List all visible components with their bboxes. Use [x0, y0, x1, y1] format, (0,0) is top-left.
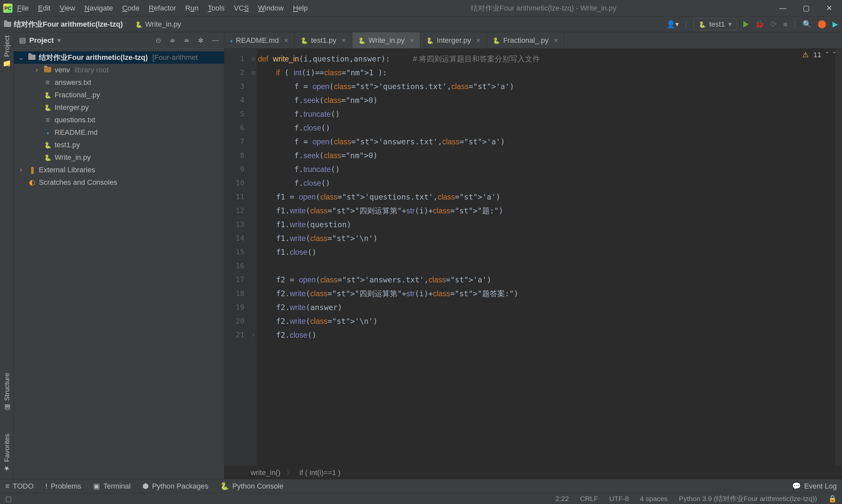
py-file-icon: [43, 153, 52, 162]
tool-terminal[interactable]: ▣Terminal: [93, 482, 130, 490]
error-stripe[interactable]: [835, 49, 842, 466]
status-bar: ▢ 2:22 CRLF UTF-8 4 spaces Python 3.9 (结…: [0, 493, 842, 504]
python-packages-icon: ⬢: [142, 482, 149, 490]
tree-project-root[interactable]: ⌄结对作业Four arithmetic(lze-tzq)[Four-arith…: [14, 51, 224, 64]
stop-button: ■: [783, 20, 787, 29]
tab-readme-md[interactable]: README.md×: [224, 32, 295, 48]
menu-vcs[interactable]: VCS: [234, 4, 249, 13]
py-file-icon: [426, 36, 433, 45]
menu-refactor[interactable]: Refactor: [149, 4, 176, 13]
md-file-icon: [230, 36, 233, 45]
tree-scratches[interactable]: Scratches and Consoles: [14, 176, 224, 189]
close-tab-icon[interactable]: ×: [410, 36, 414, 45]
tool-python-console[interactable]: 🐍Python Console: [220, 482, 283, 490]
prev-highlight-icon[interactable]: ˆ: [826, 51, 828, 59]
python-icon: [699, 20, 706, 29]
tab-test1-py[interactable]: test1.py×: [295, 32, 352, 48]
tree-venv[interactable]: ›venvlibrary root: [14, 64, 224, 76]
tool-problems[interactable]: !Problems: [46, 482, 81, 490]
py-file-icon: [43, 141, 52, 149]
menu-view[interactable]: View: [59, 4, 75, 13]
menu-navigate[interactable]: Navigate: [85, 4, 113, 13]
tool-python-packages[interactable]: ⬢Python Packages: [142, 482, 208, 490]
ide-notifications-icon[interactable]: [818, 20, 826, 28]
py-file-icon: [358, 36, 365, 45]
tool-window-quick-access-icon[interactable]: ▢: [5, 495, 12, 503]
file-encoding[interactable]: UTF-8: [609, 495, 629, 503]
indent-config[interactable]: 4 spaces: [640, 495, 668, 503]
code-breadcrumb[interactable]: write_in() 〉 if ( int(i)==1 ): [224, 466, 842, 479]
lock-icon[interactable]: 🔒: [828, 495, 837, 503]
event-log-icon: 💬: [792, 482, 801, 490]
search-icon[interactable]: 🔍: [803, 20, 811, 29]
structure-tool-button[interactable]: 🏛Structure: [3, 373, 11, 410]
tree-file-test1-py[interactable]: test1.py: [14, 139, 224, 151]
expand-all-icon[interactable]: ≑: [170, 36, 175, 44]
tab-write_in-py[interactable]: Write_in.py×: [352, 32, 421, 48]
tree-file-write_in-py[interactable]: Write_in.py: [14, 151, 224, 164]
breadcrumb-file[interactable]: Write_in.py: [135, 20, 181, 29]
project-view-icon: ▤: [19, 36, 26, 45]
close-tab-icon[interactable]: ×: [554, 36, 558, 45]
tab-interger-py[interactable]: Interger.py×: [420, 32, 487, 48]
app-icon: PC: [3, 4, 13, 13]
caret-position[interactable]: 2:22: [556, 495, 569, 503]
run-button[interactable]: [743, 21, 749, 28]
editor-tabs: README.md×test1.py×Write_in.py×Interger.…: [224, 32, 842, 49]
python-file-icon: [135, 20, 142, 29]
tool-todo[interactable]: ≡TODO: [5, 482, 34, 490]
tab-fractional_-py[interactable]: Fractional_.py×: [487, 32, 565, 48]
python-interpreter[interactable]: Python 3.9 (结对作业Four arithmetic(lze-tzq)…: [679, 494, 817, 503]
tree-file-interger-py[interactable]: Interger.py: [14, 101, 224, 114]
close-tab-icon[interactable]: ×: [342, 36, 346, 45]
tree-file-fractional_-py[interactable]: Fractional_.py: [14, 89, 224, 101]
run-config-selector[interactable]: test1 ▾: [694, 18, 737, 30]
txt-file-icon: [43, 78, 52, 87]
close-tab-icon[interactable]: ×: [284, 36, 288, 45]
scratches-icon: [28, 178, 36, 187]
tree-external-libraries[interactable]: ›External Libraries: [14, 164, 224, 176]
tree-file-answers-txt[interactable]: answers.txt: [14, 76, 224, 89]
close-tab-icon[interactable]: ×: [476, 36, 481, 45]
code-editor[interactable]: def write_in(i,question,answer): # 将四则运算…: [256, 49, 835, 466]
close-icon[interactable]: ✕: [826, 4, 832, 13]
main-menu: FileEditViewNavigateCodeRefactorRunTools…: [17, 4, 308, 13]
settings-icon[interactable]: ✻: [198, 36, 203, 44]
locate-icon[interactable]: ⊙: [156, 36, 161, 44]
folder-icon: [43, 66, 52, 74]
py-file-icon: [301, 36, 308, 45]
breadcrumb-project[interactable]: 结对作业Four arithmetic(lze-tzq): [4, 19, 123, 29]
menu-run[interactable]: Run: [185, 4, 198, 13]
bottom-tool-strip: ≡TODO!Problems▣Terminal⬢Python Packages🐍…: [0, 479, 842, 493]
tree-file-readme-md[interactable]: README.md: [14, 126, 224, 139]
menu-tools[interactable]: Tools: [208, 4, 225, 13]
menu-code[interactable]: Code: [122, 4, 140, 13]
favorites-tool-button[interactable]: ★Favorites: [3, 434, 11, 472]
library-icon: [28, 166, 36, 174]
maximize-icon[interactable]: ▢: [803, 4, 810, 13]
project-panel: ▤ Project ▾ ⊙ ≑ ≐ ✻ — ⌄结对作业Four arithmet…: [14, 32, 224, 479]
chevron-down-icon[interactable]: ▾: [57, 36, 61, 45]
minimize-icon[interactable]: —: [779, 4, 786, 13]
hide-icon[interactable]: —: [212, 36, 219, 44]
learn-icon[interactable]: ▶: [832, 20, 838, 29]
warning-icon: ⚠: [802, 51, 809, 59]
inspection-widget[interactable]: ⚠ 11 ˆ ˇ: [802, 51, 836, 59]
event-log-button[interactable]: 💬Event Log: [792, 482, 837, 490]
menu-window[interactable]: Window: [258, 4, 284, 13]
md-file-icon: [43, 128, 52, 137]
menu-help[interactable]: Help: [293, 4, 308, 13]
project-panel-header: ▤ Project ▾ ⊙ ≑ ≐ ✻ —: [14, 32, 224, 49]
todo-icon: ≡: [5, 482, 10, 490]
debug-button[interactable]: 🐞: [755, 20, 764, 29]
project-tool-button[interactable]: 📁Project: [3, 36, 11, 68]
line-separator[interactable]: CRLF: [580, 495, 598, 503]
menu-file[interactable]: File: [17, 4, 29, 13]
user-icon[interactable]: 👤▾: [666, 20, 679, 29]
menu-edit[interactable]: Edit: [38, 4, 50, 13]
next-highlight-icon[interactable]: ˇ: [833, 51, 836, 59]
window-controls: — ▢ ✕: [779, 4, 832, 13]
collapse-all-icon[interactable]: ≐: [184, 36, 190, 44]
title-bar: PC FileEditViewNavigateCodeRefactorRunTo…: [0, 0, 842, 16]
tree-file-questions-txt[interactable]: questions.txt: [14, 114, 224, 126]
